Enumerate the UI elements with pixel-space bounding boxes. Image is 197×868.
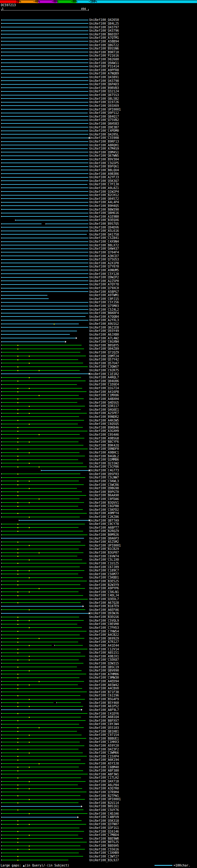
hit-label: UniRef100_B2W3Y9 [89, 583, 119, 587]
hit-plot [0, 469, 89, 472]
hit-row: UniRef100_Q3W315 [0, 662, 197, 665]
segment-start-tick [1, 338, 2, 339]
hit-plot [0, 715, 89, 719]
segment-start-tick [1, 495, 2, 496]
hit-segment [1, 377, 81, 378]
hit-plot [0, 801, 89, 805]
hit-segment [1, 273, 88, 274]
segment-start-tick [1, 155, 2, 156]
hit-segment [1, 534, 88, 535]
hit-row: UniRef100_Q3EDL7 [0, 597, 197, 601]
hit-segment [1, 20, 88, 20]
segment-start-tick [1, 659, 2, 660]
segment-start-tick [1, 327, 2, 328]
gap-marker-icon [29, 463, 30, 464]
hit-segment [1, 434, 80, 435]
hit-label: UniRef100_B9FQ61 [89, 165, 119, 168]
segment-start-tick [1, 834, 2, 836]
hit-row: UniRef100_A2YXL3 [0, 318, 197, 322]
hit-row: UniRef100_C7FH53 [0, 626, 197, 630]
hit-segment [1, 717, 81, 717]
hit-row: UniRef100_A2X1P8 [0, 261, 197, 265]
hit-row: UniRef100_D82680 [0, 58, 197, 61]
segment-start-tick [1, 202, 2, 203]
segment-start-tick [1, 748, 2, 750]
hit-segment [1, 241, 88, 242]
gap-marker-icon [17, 777, 19, 778]
hit-label: UniRef100_B2U114 [89, 801, 119, 805]
gap-marker-icon [38, 434, 40, 435]
hit-segment [1, 398, 84, 399]
hit-segment [1, 809, 84, 810]
gap-marker-icon [29, 502, 30, 503]
hit-segment [1, 63, 88, 63]
gap-marker-icon [29, 799, 30, 800]
hit-plot [0, 815, 89, 819]
hit-row: UniRef100_Q4X718 [0, 780, 197, 783]
gap-marker-icon [29, 627, 30, 628]
gap-marker-icon [38, 638, 40, 639]
hit-row: UniRef100_Q9MT24 [0, 354, 197, 358]
hit-segment [1, 259, 88, 260]
hit-label: UniRef100_Q43796 [89, 29, 119, 32]
hit-plot [0, 251, 89, 254]
gap-marker-icon [17, 859, 19, 861]
segment-start-tick [1, 602, 2, 603]
hit-label: UniRef100_A9NUM5 [89, 269, 119, 272]
hit-label: UniRef100_Q19726 [89, 100, 119, 104]
extension-arrow-icon [89, 520, 90, 521]
hit-row: UniRef100_C3WT27 [0, 855, 197, 859]
segment-start-tick [1, 570, 2, 571]
hit-row: UniRef100_Q93X69 [0, 104, 197, 108]
hit-plot [0, 722, 89, 726]
hit-segment [1, 806, 80, 807]
hit-label: UniRef100_A9PYP6 [89, 587, 119, 590]
hit-label: UniRef100_Q3W315 [89, 662, 119, 665]
hit-segment [1, 55, 88, 56]
hit-label: UniRef100_Q7R9H4 [89, 790, 119, 794]
segment-start-tick [1, 209, 2, 210]
hit-plot [0, 590, 89, 594]
scale-label-20: 20% [16, 0, 21, 3]
hit-segment [1, 95, 88, 95]
hit-label: UniRef100_Q3EDL7 [89, 597, 119, 601]
hit-segment [1, 835, 78, 835]
hit-plot [0, 158, 89, 161]
hit-plot [0, 50, 89, 54]
hit-plot [0, 401, 89, 404]
segment-start-tick [1, 102, 2, 103]
hit-row: UniRef100_B3EGS6 [0, 615, 197, 619]
hit-label: UniRef100_Q6Z1E8 [89, 326, 119, 329]
hit-plot [0, 58, 89, 61]
segment-start-tick [1, 699, 2, 700]
gap-marker-icon [38, 552, 40, 553]
segment-start-tick [1, 452, 2, 453]
hit-label: UniRef100_Q8L5B2 [89, 97, 119, 100]
hit-plot [0, 151, 89, 154]
hit-label: UniRef100_C6GXN4 [89, 340, 119, 343]
segment-start-tick [1, 673, 2, 675]
hit-row: UniRef100_A5BPG7 [0, 290, 197, 293]
segment-start-tick [1, 180, 2, 181]
gap-marker-icon [29, 441, 30, 442]
ruler-tick-start [1, 9, 2, 11]
hit-segment [1, 606, 82, 607]
hit-label: UniRef100_Q57U47 [89, 362, 119, 365]
hit-segment [1, 288, 88, 288]
hit-label: UniRef100_C56M77 [89, 572, 119, 576]
segment-start-tick [1, 598, 2, 600]
gap-marker-icon [17, 838, 19, 839]
hit-row: UniRef100_Q9AW11 [0, 61, 197, 65]
hit-segment [1, 767, 79, 767]
hit-segment [1, 488, 77, 489]
segment-start-tick [1, 309, 2, 310]
hit-plot [0, 462, 89, 465]
hit-plot [0, 258, 89, 261]
segment-start-tick [1, 648, 2, 650]
hit-row: UniRef100_A7QQB4 [0, 315, 197, 319]
hit-plot [0, 844, 89, 848]
hit-row: UniRef100_A8S151 [0, 651, 197, 655]
hit-plot [0, 805, 89, 808]
hit-segment [1, 262, 88, 263]
hit-label: UniRef100_Q9AW11 [89, 61, 119, 65]
